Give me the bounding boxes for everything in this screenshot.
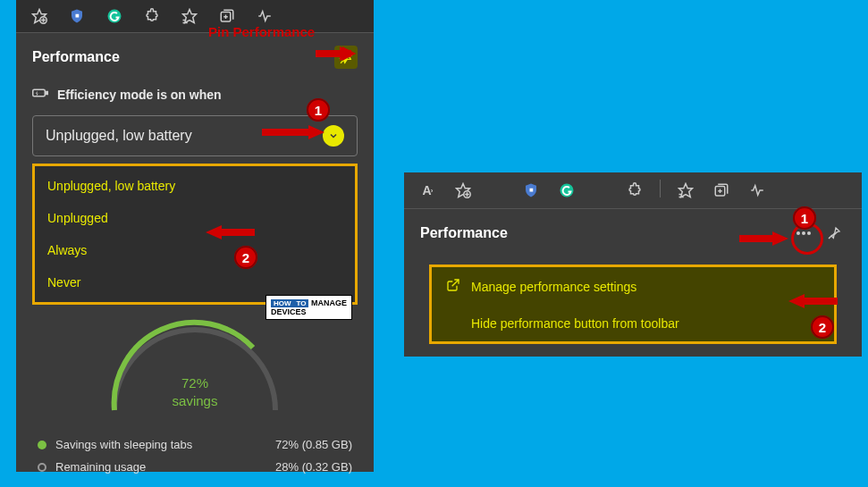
page-title: Performance [420, 225, 508, 241]
performance-panel-right: A› Performance 1 Manage performance sett… [404, 172, 862, 357]
extensions-icon[interactable] [141, 5, 163, 27]
svg-point-33 [796, 231, 800, 235]
svg-rect-15 [33, 89, 46, 97]
pin-icon[interactable] [334, 46, 358, 69]
stat-value: 28% (0.32 GB) [275, 460, 352, 474]
dropdown-option[interactable]: Never [35, 266, 355, 298]
favorites-star-icon[interactable] [179, 5, 200, 27]
page-title: Performance [32, 49, 120, 65]
more-options-icon[interactable] [792, 222, 815, 245]
stat-row: Remaining usage 28% (0.32 GB) [38, 456, 352, 478]
svg-rect-16 [46, 92, 47, 95]
performance-icon[interactable] [746, 180, 768, 201]
hide-button-item[interactable]: Hide performance button from toolbar [432, 306, 834, 341]
stat-dot-filled [38, 441, 46, 449]
dropdown-option[interactable]: Unplugged [35, 202, 355, 234]
dropdown-option[interactable]: Always [35, 234, 355, 266]
svg-point-34 [802, 231, 805, 235]
grammarly-icon[interactable] [104, 5, 125, 27]
favorites-icon[interactable] [452, 180, 474, 201]
browser-toolbar [16, 0, 374, 33]
browser-toolbar-right: A› [404, 172, 862, 209]
battery-icon [32, 87, 48, 103]
menu-item-label: Manage performance settings [471, 280, 636, 294]
dropdown-selected-value: Unplugged, low battery [46, 128, 192, 144]
extensions-icon[interactable] [624, 180, 645, 201]
svg-rect-4 [76, 14, 80, 18]
stats-section: Savings with sleeping tabs 72% (0.85 GB)… [16, 428, 374, 487]
read-aloud-icon[interactable]: A› [417, 180, 438, 201]
stat-label: Remaining usage [55, 460, 275, 474]
efficiency-dropdown[interactable]: Unplugged, low battery [32, 115, 358, 156]
stat-value: 72% (0.85 GB) [275, 438, 352, 451]
dropdown-options: Unplugged, low battery Unplugged Always … [32, 164, 358, 305]
chevron-down-icon[interactable] [323, 125, 344, 147]
context-menu: Manage performance settings Hide perform… [429, 264, 837, 344]
svg-rect-25 [530, 189, 534, 192]
collections-icon[interactable] [711, 180, 732, 201]
menu-item-label: Hide performance button from toolbar [471, 316, 679, 331]
stat-row: Savings with sleeping tabs 72% (0.85 GB) [38, 433, 352, 456]
stat-dot-empty [38, 463, 46, 472]
efficiency-section: Efficiency mode is on when [16, 81, 374, 108]
stat-label: Savings with sleeping tabs [55, 438, 275, 451]
favorites-icon[interactable] [29, 5, 50, 27]
svg-point-35 [807, 231, 811, 235]
manage-settings-item[interactable]: Manage performance settings [432, 267, 834, 306]
external-link-icon [446, 278, 460, 295]
efficiency-label: Efficiency mode is on when [57, 88, 222, 102]
panel-header-right: Performance [404, 209, 862, 257]
panel-header: Performance [16, 33, 374, 81]
pin-icon[interactable] [822, 222, 846, 245]
shield-icon[interactable] [520, 180, 542, 201]
grammarly-icon[interactable] [556, 180, 577, 201]
savings-gauge: 72%savings [16, 312, 374, 428]
shield-icon[interactable] [66, 5, 88, 27]
dropdown-option[interactable]: Unplugged, low battery [35, 170, 355, 202]
gauge-value: 72%savings [173, 374, 218, 409]
favorites-star-icon[interactable] [675, 180, 696, 201]
performance-panel-left: Pin Performance Performance Efficiency m… [16, 0, 374, 472]
